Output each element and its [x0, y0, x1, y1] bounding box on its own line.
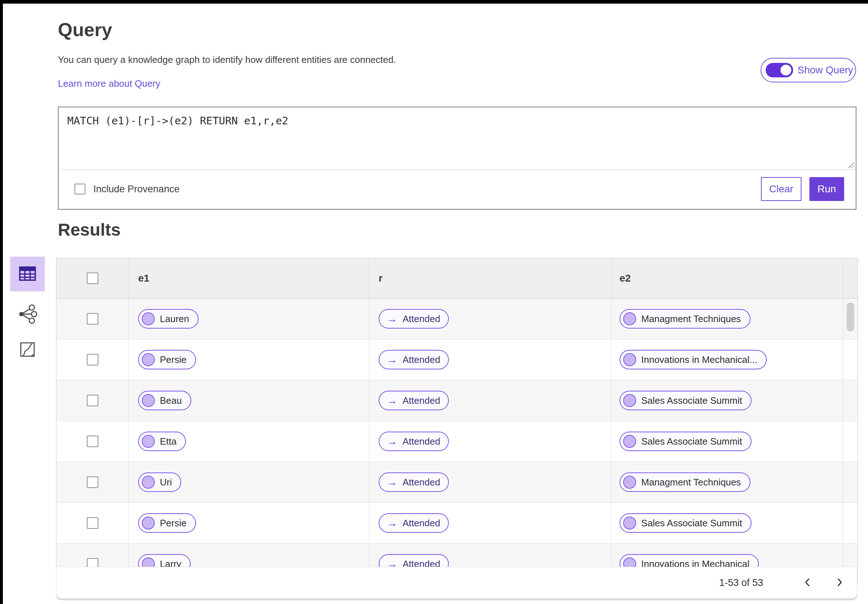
row-checkbox[interactable] — [87, 313, 98, 324]
row-checkbox[interactable] — [87, 354, 98, 365]
relation-pill[interactable]: →Attended — [379, 309, 449, 329]
cell-e1: Beau — [129, 380, 369, 421]
learn-more-link[interactable]: Learn more about Query — [58, 78, 160, 89]
entity-pill[interactable]: Managment Techniques — [620, 473, 750, 492]
row-checkbox-cell — [56, 503, 129, 543]
graph-view-button[interactable] — [16, 303, 39, 326]
relation-label: Attended — [403, 517, 448, 529]
toggle-knob — [780, 65, 791, 76]
cell-r: →Attended — [369, 298, 612, 339]
map-view-button[interactable] — [17, 339, 38, 361]
toggle-switch-icon[interactable] — [766, 63, 793, 77]
table-header-row: e1 r e2 — [56, 258, 857, 298]
select-all-checkbox[interactable] — [87, 273, 98, 284]
relation-pill[interactable]: →Attended — [379, 350, 449, 369]
cell-r: →Attended — [369, 380, 612, 421]
entity-pill[interactable]: Persie — [138, 513, 196, 533]
table-row: Uri→AttendedManagment Techniques — [56, 462, 857, 503]
include-provenance-checkbox[interactable] — [74, 184, 85, 195]
query-text: MATCH (e1)-[r]->(e2) RETURN e1,r,e2 — [67, 114, 288, 127]
row-checkbox[interactable] — [87, 395, 98, 406]
row-checkbox-cell — [56, 462, 129, 502]
entity-node-icon — [623, 435, 636, 448]
include-provenance-option[interactable]: Include Provenance — [74, 184, 180, 195]
entity-label: Managment Techniques — [641, 314, 750, 324]
entity-pill[interactable]: Etta — [138, 432, 186, 451]
entity-label: Innovations in Mechanical... — [641, 354, 766, 365]
cell-e1: Persie — [129, 340, 369, 380]
cell-e2: Managment Techniques — [612, 462, 843, 502]
arrow-right-icon: → — [387, 517, 397, 528]
query-editor-panel: MATCH (e1)-[r]->(e2) RETURN e1,r,e2 Incl… — [58, 107, 856, 210]
entity-node-icon — [623, 394, 636, 407]
table-scrollbar[interactable] — [847, 303, 854, 331]
cell-e2: Innovations in Mechanical... — [612, 340, 843, 380]
entity-label: Lauren — [160, 314, 198, 324]
entity-pill[interactable]: Innovations in Mechanical... — [620, 350, 767, 369]
run-button[interactable]: Run — [809, 177, 844, 201]
header-checkbox-cell — [56, 258, 129, 298]
cell-e1: Persie — [129, 503, 369, 543]
table-row: Persie→AttendedInnovations in Mechanical… — [56, 340, 857, 380]
relation-label: Attended — [403, 477, 448, 488]
resize-handle-icon[interactable] — [847, 161, 854, 168]
relation-pill[interactable]: →Attended — [379, 473, 449, 492]
arrow-right-icon: → — [387, 314, 397, 324]
table-row: Etta→AttendedSales Associate Summit — [56, 421, 857, 462]
entity-pill[interactable]: Sales Associate Summit — [620, 391, 752, 410]
entity-pill[interactable]: Sales Associate Summit — [620, 513, 752, 533]
cell-e2: Sales Associate Summit — [612, 503, 843, 543]
entity-pill[interactable]: Persie — [138, 350, 196, 369]
scrollbar-gutter — [843, 380, 857, 421]
cell-r: →Attended — [369, 421, 612, 462]
scrollbar-gutter — [843, 462, 857, 502]
entity-node-icon — [623, 476, 636, 489]
arrow-right-icon: → — [387, 354, 397, 365]
relation-pill[interactable]: →Attended — [379, 432, 449, 451]
entity-node-icon — [623, 353, 636, 366]
row-checkbox[interactable] — [87, 476, 98, 488]
pagination-prev-button[interactable] — [801, 576, 814, 590]
chevron-left-icon — [801, 576, 814, 590]
window-frame-left — [0, 0, 3, 604]
table-row: Beau→AttendedSales Associate Summit — [56, 380, 857, 421]
entity-pill[interactable]: Lauren — [138, 309, 198, 329]
entity-label: Sales Associate Summit — [641, 395, 751, 406]
row-checkbox[interactable] — [87, 517, 98, 529]
relation-label: Attended — [403, 395, 448, 406]
arrow-right-icon: → — [387, 477, 397, 488]
pagination-bar: 1-53 of 53 — [56, 567, 857, 599]
entity-pill[interactable]: Uri — [138, 473, 181, 492]
cell-e2: Managment Techniques — [612, 298, 843, 339]
cell-r: →Attended — [369, 340, 612, 380]
row-checkbox-cell — [56, 340, 129, 380]
entity-node-icon — [142, 516, 155, 530]
entity-label: Sales Associate Summit — [641, 517, 751, 529]
entity-node-icon — [142, 435, 155, 448]
entity-pill[interactable]: Managment Techniques — [620, 309, 750, 329]
scrollbar-gutter — [843, 340, 857, 380]
table-row: Persie→AttendedSales Associate Summit — [56, 503, 857, 544]
entity-label: Etta — [160, 436, 185, 447]
page-title: Query — [58, 19, 112, 40]
relation-label: Attended — [403, 436, 448, 447]
results-title: Results — [58, 220, 121, 239]
entity-pill[interactable]: Beau — [138, 391, 191, 410]
relation-pill[interactable]: →Attended — [379, 513, 449, 533]
table-view-icon — [18, 264, 37, 284]
clear-button[interactable]: Clear — [761, 177, 801, 201]
entity-node-icon — [142, 353, 155, 366]
entity-node-icon — [142, 476, 155, 489]
scrollbar-gutter — [843, 421, 857, 462]
chevron-right-icon — [833, 576, 846, 590]
column-header-r: r — [369, 258, 612, 298]
show-query-toggle[interactable]: Show Query — [761, 58, 856, 82]
scrollbar-gutter — [843, 503, 857, 543]
table-view-button[interactable] — [10, 256, 45, 291]
entity-pill[interactable]: Sales Associate Summit — [620, 432, 752, 451]
relation-pill[interactable]: →Attended — [379, 391, 449, 410]
show-query-label: Show Query — [797, 64, 853, 76]
row-checkbox[interactable] — [87, 436, 98, 447]
query-editor[interactable]: MATCH (e1)-[r]->(e2) RETURN e1,r,e2 — [59, 107, 856, 170]
pagination-next-button[interactable] — [833, 576, 846, 590]
